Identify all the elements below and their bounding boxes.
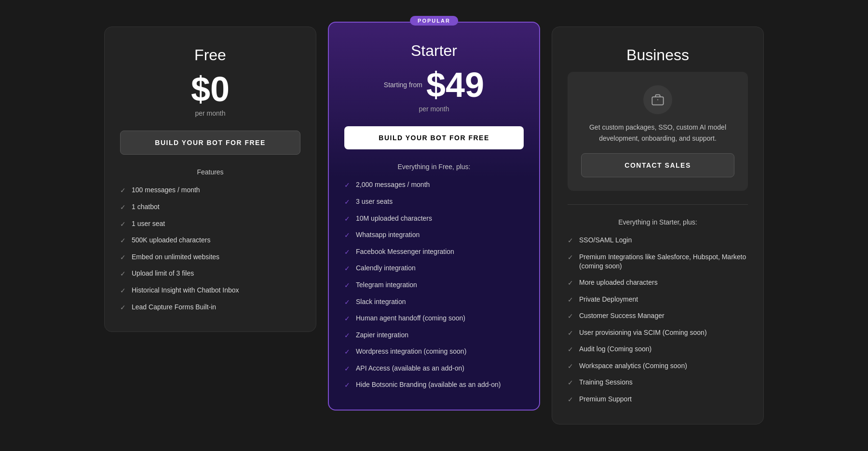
list-item: ✓ More uploaded characters	[568, 278, 748, 288]
list-item: ✓ Premium Integrations like Salesforce, …	[568, 252, 748, 271]
list-item: ✓ Lead Capture Forms Built-in	[120, 303, 300, 313]
feature-text: 3 user seats	[356, 197, 393, 207]
free-price-period: per month	[120, 109, 300, 117]
starter-features-label: Everything in Free, plus:	[344, 163, 524, 171]
feature-text: Whatsapp integration	[356, 230, 420, 240]
list-item: ✓ 3 user seats	[344, 197, 524, 207]
list-item: ✓ Upload limit of 3 files	[120, 269, 300, 279]
check-icon: ✓	[344, 231, 351, 240]
list-item: ✓ Wordpress integration (coming soon)	[344, 347, 524, 357]
check-icon: ✓	[568, 345, 574, 355]
list-item: ✓ 2,000 messages / month	[344, 180, 524, 190]
feature-text: Upload limit of 3 files	[132, 269, 194, 279]
check-icon: ✓	[120, 253, 127, 263]
free-plan-price-block: $0	[120, 72, 300, 106]
free-plan-card: Free $0 per month BUILD YOUR BOT FOR FRE…	[104, 27, 316, 332]
starter-price-period: per month	[344, 105, 524, 113]
feature-text: Telegram integration	[356, 280, 417, 290]
feature-text: Lead Capture Forms Built-in	[132, 303, 216, 312]
list-item: ✓ Human agent handoff (coming soon)	[344, 314, 524, 324]
free-price-amount: $0	[191, 72, 230, 106]
check-icon: ✓	[120, 286, 127, 296]
check-icon: ✓	[120, 303, 127, 313]
feature-text: 1 chatbot	[132, 202, 160, 212]
feature-text: Premium Integrations like Salesforce, Hu…	[579, 252, 748, 271]
feature-text: SSO/SAML Login	[579, 236, 632, 245]
starter-plan-price-block: Starting from $49	[344, 67, 524, 102]
feature-text: Premium Support	[579, 395, 632, 404]
check-icon: ✓	[120, 236, 127, 246]
feature-text: Private Deployment	[579, 295, 638, 305]
business-features-label: Everything in Starter, plus:	[568, 218, 748, 226]
feature-text: Workspace analytics (Coming soon)	[579, 361, 687, 371]
check-icon: ✓	[344, 264, 351, 274]
list-item: ✓ Customer Success Manager	[568, 311, 748, 321]
business-plan-card: Business Get custom packages, SSO, custo…	[552, 27, 764, 424]
check-icon: ✓	[344, 331, 351, 341]
feature-text: Training Sessions	[579, 378, 633, 387]
starter-price-prefix: Starting from	[384, 81, 422, 89]
contact-sales-button[interactable]: CONTACT SALES	[581, 153, 734, 177]
feature-text: Historical Insight with Chatbot Inbox	[132, 286, 239, 295]
starter-price-amount: $49	[426, 67, 484, 102]
check-icon: ✓	[344, 198, 351, 207]
free-cta-button[interactable]: BUILD YOUR BOT FOR FREE	[120, 131, 300, 155]
list-item: ✓ Telegram integration	[344, 280, 524, 291]
check-icon: ✓	[568, 253, 574, 263]
list-item: ✓ User provisioning via SCIM (Coming soo…	[568, 328, 748, 338]
pricing-container: Free $0 per month BUILD YOUR BOT FOR FRE…	[96, 27, 772, 424]
check-icon: ✓	[344, 181, 351, 190]
list-item: ✓ Private Deployment	[568, 295, 748, 305]
list-item: ✓ 500K uploaded characters	[120, 236, 300, 246]
list-item: ✓ Hide Botsonic Branding (available as a…	[344, 380, 524, 390]
list-item: ✓ 100 messages / month	[120, 186, 300, 196]
feature-text: 10M uploaded characters	[356, 214, 432, 224]
check-icon: ✓	[568, 279, 574, 288]
check-icon: ✓	[344, 364, 351, 374]
list-item: ✓ Embed on unlimited websites	[120, 252, 300, 263]
check-icon: ✓	[120, 220, 127, 229]
feature-text: Hide Botsonic Branding (available as an …	[356, 380, 501, 390]
check-icon: ✓	[568, 378, 574, 388]
starter-plan-card: POPULAR Starter Starting from $49 per mo…	[328, 22, 540, 411]
feature-text: User provisioning via SCIM (Coming soon)	[579, 328, 707, 338]
starter-plan-title: Starter	[344, 42, 524, 60]
list-item: ✓ Calendly integration	[344, 264, 524, 274]
feature-text: 100 messages / month	[132, 186, 200, 195]
check-icon: ✓	[568, 312, 574, 321]
list-item: ✓ Premium Support	[568, 395, 748, 405]
list-item: ✓ 10M uploaded characters	[344, 214, 524, 224]
briefcase-icon	[643, 85, 672, 114]
feature-text: 1 user seat	[132, 219, 165, 229]
check-icon: ✓	[344, 381, 351, 390]
check-icon: ✓	[568, 295, 574, 305]
feature-text: Audit log (Coming soon)	[579, 345, 651, 354]
check-icon: ✓	[344, 248, 351, 257]
feature-text: Human agent handoff (coming soon)	[356, 314, 465, 323]
check-icon: ✓	[568, 329, 574, 338]
check-icon: ✓	[344, 281, 351, 291]
check-icon: ✓	[344, 314, 351, 324]
check-icon: ✓	[120, 186, 127, 196]
check-icon: ✓	[344, 214, 351, 224]
list-item: ✓ Historical Insight with Chatbot Inbox	[120, 286, 300, 296]
list-item: ✓ SSO/SAML Login	[568, 236, 748, 246]
starter-features-list: ✓ 2,000 messages / month ✓ 3 user seats …	[344, 180, 524, 390]
free-features-list: ✓ 100 messages / month ✓ 1 chatbot ✓ 1 u…	[120, 186, 300, 312]
list-item: ✓ Workspace analytics (Coming soon)	[568, 361, 748, 371]
divider	[568, 204, 748, 205]
feature-text: 500K uploaded characters	[132, 236, 210, 245]
feature-text: Slack integration	[356, 297, 406, 307]
list-item: ✓ Audit log (Coming soon)	[568, 345, 748, 355]
starter-cta-button[interactable]: BUILD YOUR BOT FOR FREE	[344, 126, 524, 149]
list-item: ✓ Whatsapp integration	[344, 230, 524, 240]
feature-text: API Access (available as an add-on)	[356, 364, 464, 373]
feature-text: 2,000 messages / month	[356, 180, 430, 190]
business-description: Get custom packages, SSO, custom AI mode…	[581, 122, 734, 144]
free-plan-title: Free	[120, 46, 300, 64]
list-item: ✓ Zapier integration	[344, 331, 524, 341]
check-icon: ✓	[120, 203, 127, 212]
check-icon: ✓	[120, 269, 127, 279]
business-features-list: ✓ SSO/SAML Login ✓ Premium Integrations …	[568, 236, 748, 405]
check-icon: ✓	[568, 395, 574, 405]
